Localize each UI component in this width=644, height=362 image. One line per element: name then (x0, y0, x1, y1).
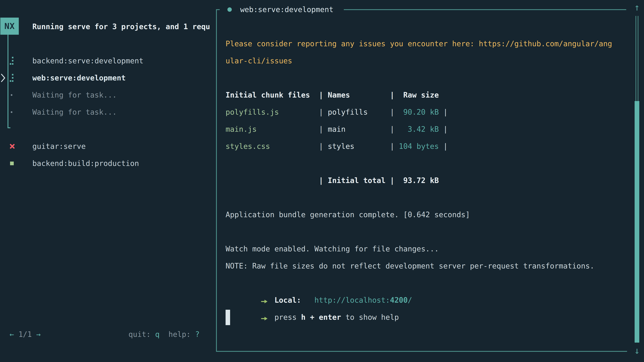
sidebar-title: Running serve for 3 projects, and 1 requ (32, 18, 215, 35)
terminal-cursor (226, 310, 230, 325)
pager-prev-arrow-icon[interactable]: ← (10, 330, 14, 339)
pager-next-arrow-icon[interactable]: → (36, 330, 41, 339)
bottom-bar: ← 1/1 → quit: q help: ? (10, 326, 200, 343)
press-prefix: press (274, 313, 301, 322)
arrow-right-icon (261, 310, 270, 327)
success-square-icon (10, 155, 14, 172)
chunk-table-row: main.js|main|3.42 kB| (226, 121, 625, 138)
cell-name: polyfills (328, 104, 390, 121)
chunk-table-row: styles.css|styles|104 bytes| (226, 138, 625, 155)
panel-header-line (344, 9, 626, 10)
chevron-right-icon (0, 69, 6, 86)
task-label: backend:build:production (32, 155, 139, 172)
issues-notice-line1: Please consider reporting any issues you… (226, 35, 625, 52)
header-size: Raw size (399, 86, 439, 104)
help-key: ? (195, 330, 200, 339)
chunk-table-row: polyfills.js|polyfills|90.20 kB| (226, 104, 625, 121)
arrow-right-icon (261, 293, 270, 310)
pager-current: 1/1 (14, 330, 36, 339)
task-row[interactable]: Waiting for task... (0, 104, 216, 121)
header-names: Names (328, 86, 390, 104)
cell-file: styles.css (226, 138, 319, 155)
cell-name: styles (328, 138, 390, 155)
quit-hint-label: quit: (128, 330, 155, 339)
nx-logo-text: NX (4, 21, 15, 31)
task-label: guitar:serve (32, 138, 86, 155)
spinner-icon (10, 52, 14, 69)
task-row-success[interactable]: backend:build:production (0, 155, 216, 172)
blank-line (226, 223, 625, 240)
shortcut-hints: quit: q help: ? (128, 326, 200, 343)
local-url[interactable]: http://localhost:4200/ (314, 296, 412, 304)
spinner-icon (10, 69, 14, 86)
chunk-table-total-row: |Initial total|93.72 kB (226, 172, 625, 189)
cell-file: main.js (226, 121, 319, 138)
press-suffix: to show help (341, 313, 399, 322)
task-row[interactable]: backend:serve:development (0, 52, 216, 69)
local-port: 4200 (390, 296, 408, 304)
cell-name: main (328, 121, 390, 138)
pager: ← 1/1 → (10, 326, 40, 343)
panel-border-stub (216, 9, 220, 10)
total-size: 93.72 kB (399, 172, 439, 189)
note-line: NOTE: Raw file sizes do not reflect deve… (226, 257, 625, 275)
nx-terminal-ui: NX Running serve for 3 projects, and 1 r… (0, 0, 644, 362)
cross-icon (10, 138, 15, 155)
local-url-line: Local:http://localhost:4200/ (226, 275, 625, 292)
running-status-dot-icon (228, 7, 232, 12)
blank-line (226, 189, 625, 206)
local-label: Local: (274, 296, 301, 304)
cell-size: 3.42 kB (399, 121, 439, 138)
header-files: Initial chunk files (226, 86, 319, 104)
scroll-up-arrow-icon[interactable]: ↑ (632, 2, 642, 12)
nx-logo: NX (0, 17, 19, 35)
chunk-table-header: Initial chunk files|Names|Raw size (226, 86, 625, 104)
task-label: web:serve:development (32, 69, 126, 86)
task-row-failed[interactable]: guitar:serve (0, 138, 216, 155)
terminal-output: Please consider reporting any issues you… (226, 35, 625, 309)
help-hint-label: help: (168, 330, 195, 339)
cell-size: 104 bytes (399, 138, 439, 155)
quit-key: q (155, 330, 160, 339)
blank-line (226, 69, 625, 86)
press-keys: h + enter (301, 313, 341, 322)
task-label: Waiting for task... (32, 104, 117, 121)
watch-mode-line: Watch mode enabled. Watching for file ch… (226, 240, 625, 257)
task-label: backend:serve:development (32, 52, 144, 69)
pending-dot-icon (10, 86, 12, 104)
scrollbar-thumb[interactable] (634, 101, 639, 343)
task-row[interactable]: Waiting for task... (0, 86, 216, 104)
bundle-complete-line: Application bundle generation complete. … (226, 206, 625, 223)
total-label: Initial total (328, 172, 390, 189)
scroll-down-arrow-icon[interactable]: ↓ (632, 346, 642, 356)
task-row-selected[interactable]: web:serve:development (0, 69, 216, 86)
panel-title: web:serve:development (240, 1, 334, 18)
blank-line (226, 155, 625, 172)
task-label: Waiting for task... (32, 86, 117, 104)
cell-file: polyfills.js (226, 104, 319, 121)
cell-size: 90.20 kB (399, 104, 439, 121)
pending-dot-icon (10, 104, 12, 121)
issues-notice-line2: ular-cli/issues (226, 52, 625, 69)
